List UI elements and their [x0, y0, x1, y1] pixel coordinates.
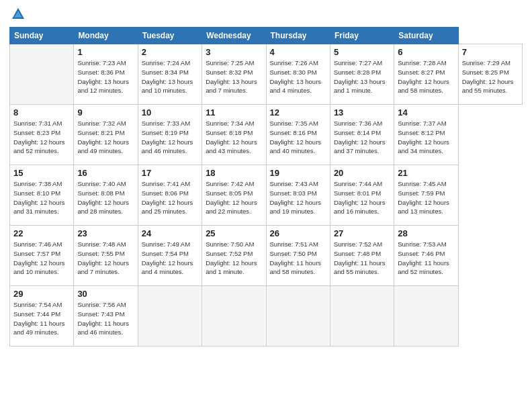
empty-cell — [10, 44, 74, 105]
day-info: Sunrise: 7:31 AMSunset: 8:23 PMDaylight:… — [13, 119, 70, 156]
page: SundayMondayTuesdayWednesdayThursdayFrid… — [0, 0, 532, 411]
day-info: Sunrise: 7:54 AMSunset: 7:44 PMDaylight:… — [13, 300, 70, 337]
calendar-table: SundayMondayTuesdayWednesdayThursdayFrid… — [9, 27, 523, 347]
day-header: Monday — [74, 28, 138, 44]
calendar-body: 1Sunrise: 7:23 AMSunset: 8:36 PMDaylight… — [10, 44, 523, 347]
day-number: 27 — [334, 228, 390, 238]
day-info: Sunrise: 7:49 AMSunset: 7:54 PMDaylight:… — [142, 240, 198, 277]
day-number: 4 — [270, 47, 326, 57]
day-info: Sunrise: 7:32 AMSunset: 8:21 PMDaylight:… — [77, 119, 134, 156]
day-number: 12 — [270, 107, 326, 118]
day-number: 9 — [77, 107, 134, 118]
day-number: 21 — [398, 168, 454, 178]
day-cell: 9Sunrise: 7:32 AMSunset: 8:21 PMDaylight… — [74, 105, 138, 165]
day-number: 29 — [13, 289, 70, 299]
day-number: 20 — [334, 168, 390, 178]
day-cell: 30Sunrise: 7:56 AMSunset: 7:43 PMDayligh… — [74, 286, 138, 347]
day-info: Sunrise: 7:33 AMSunset: 8:19 PMDaylight:… — [142, 119, 198, 156]
day-cell: 2Sunrise: 7:24 AMSunset: 8:34 PMDaylight… — [138, 44, 202, 105]
logo-icon — [11, 7, 26, 21]
calendar-week-row: 15Sunrise: 7:38 AMSunset: 8:10 PMDayligh… — [10, 165, 523, 226]
day-number: 8 — [13, 107, 70, 118]
day-cell: 12Sunrise: 7:35 AMSunset: 8:16 PMDayligh… — [266, 105, 330, 165]
calendar-week-row: 1Sunrise: 7:23 AMSunset: 8:36 PMDaylight… — [10, 44, 523, 105]
day-number: 3 — [206, 47, 262, 57]
day-cell: 14Sunrise: 7:37 AMSunset: 8:12 PMDayligh… — [394, 105, 458, 165]
calendar-header-row: SundayMondayTuesdayWednesdayThursdayFrid… — [10, 28, 523, 44]
calendar-week-row: 22Sunrise: 7:46 AMSunset: 7:57 PMDayligh… — [10, 226, 523, 286]
day-cell: 25Sunrise: 7:50 AMSunset: 7:52 PMDayligh… — [202, 226, 266, 286]
day-info: Sunrise: 7:41 AMSunset: 8:06 PMDaylight:… — [142, 179, 198, 216]
day-header: Thursday — [266, 28, 330, 44]
day-cell: 23Sunrise: 7:48 AMSunset: 7:55 PMDayligh… — [74, 226, 138, 286]
day-cell: 24Sunrise: 7:49 AMSunset: 7:54 PMDayligh… — [138, 226, 202, 286]
day-number: 16 — [77, 168, 134, 178]
day-number: 25 — [206, 228, 262, 238]
day-cell: 27Sunrise: 7:52 AMSunset: 7:48 PMDayligh… — [330, 226, 394, 286]
calendar-week-row: 8Sunrise: 7:31 AMSunset: 8:23 PMDaylight… — [10, 105, 523, 165]
day-header: Wednesday — [202, 28, 266, 44]
day-cell: 3Sunrise: 7:25 AMSunset: 8:32 PMDaylight… — [202, 44, 266, 105]
day-cell: 10Sunrise: 7:33 AMSunset: 8:19 PMDayligh… — [138, 105, 202, 165]
day-info: Sunrise: 7:46 AMSunset: 7:57 PMDaylight:… — [13, 240, 70, 277]
day-number: 13 — [334, 107, 390, 118]
day-cell — [394, 286, 458, 347]
day-number: 6 — [398, 47, 454, 57]
day-cell: 17Sunrise: 7:41 AMSunset: 8:06 PMDayligh… — [138, 165, 202, 226]
day-number: 11 — [206, 107, 262, 118]
day-cell: 22Sunrise: 7:46 AMSunset: 7:57 PMDayligh… — [10, 226, 74, 286]
day-info: Sunrise: 7:40 AMSunset: 8:08 PMDaylight:… — [77, 179, 134, 216]
day-info: Sunrise: 7:45 AMSunset: 7:59 PMDaylight:… — [398, 179, 454, 216]
day-number: 30 — [77, 289, 134, 299]
day-info: Sunrise: 7:36 AMSunset: 8:14 PMDaylight:… — [334, 119, 390, 156]
day-info: Sunrise: 7:26 AMSunset: 8:30 PMDaylight:… — [270, 58, 326, 95]
day-info: Sunrise: 7:37 AMSunset: 8:12 PMDaylight:… — [398, 119, 454, 156]
day-info: Sunrise: 7:44 AMSunset: 8:01 PMDaylight:… — [334, 179, 390, 216]
day-cell: 28Sunrise: 7:53 AMSunset: 7:46 PMDayligh… — [394, 226, 458, 286]
day-info: Sunrise: 7:23 AMSunset: 8:36 PMDaylight:… — [77, 58, 134, 95]
day-cell: 6Sunrise: 7:28 AMSunset: 8:27 PMDaylight… — [394, 44, 458, 105]
day-number: 7 — [462, 47, 519, 57]
header — [9, 7, 523, 21]
day-cell: 20Sunrise: 7:44 AMSunset: 8:01 PMDayligh… — [330, 165, 394, 226]
day-info: Sunrise: 7:34 AMSunset: 8:18 PMDaylight:… — [206, 119, 262, 156]
day-cell: 13Sunrise: 7:36 AMSunset: 8:14 PMDayligh… — [330, 105, 394, 165]
day-cell: 5Sunrise: 7:27 AMSunset: 8:28 PMDaylight… — [330, 44, 394, 105]
day-number: 5 — [334, 47, 390, 57]
day-cell: 8Sunrise: 7:31 AMSunset: 8:23 PMDaylight… — [10, 105, 74, 165]
day-cell: 15Sunrise: 7:38 AMSunset: 8:10 PMDayligh… — [10, 165, 74, 226]
day-cell: 29Sunrise: 7:54 AMSunset: 7:44 PMDayligh… — [10, 286, 74, 347]
day-header: Sunday — [10, 28, 74, 44]
day-info: Sunrise: 7:53 AMSunset: 7:46 PMDaylight:… — [398, 240, 454, 277]
day-number: 22 — [13, 228, 70, 238]
day-info: Sunrise: 7:42 AMSunset: 8:05 PMDaylight:… — [206, 179, 262, 216]
day-number: 23 — [77, 228, 134, 238]
day-number: 2 — [142, 47, 198, 57]
day-number: 24 — [142, 228, 198, 238]
day-info: Sunrise: 7:51 AMSunset: 7:50 PMDaylight:… — [270, 240, 326, 277]
day-number: 1 — [77, 47, 134, 57]
day-info: Sunrise: 7:29 AMSunset: 8:25 PMDaylight:… — [462, 58, 519, 95]
day-cell: 7Sunrise: 7:29 AMSunset: 8:25 PMDaylight… — [458, 44, 522, 105]
day-cell — [266, 286, 330, 347]
day-info: Sunrise: 7:25 AMSunset: 8:32 PMDaylight:… — [206, 58, 262, 95]
day-cell — [202, 286, 266, 347]
day-number: 17 — [142, 168, 198, 178]
day-number: 10 — [142, 107, 198, 118]
day-info: Sunrise: 7:50 AMSunset: 7:52 PMDaylight:… — [206, 240, 262, 277]
day-header: Tuesday — [138, 28, 202, 44]
day-cell — [138, 286, 202, 347]
day-info: Sunrise: 7:48 AMSunset: 7:55 PMDaylight:… — [77, 240, 134, 277]
day-cell: 19Sunrise: 7:43 AMSunset: 8:03 PMDayligh… — [266, 165, 330, 226]
day-info: Sunrise: 7:28 AMSunset: 8:27 PMDaylight:… — [398, 58, 454, 95]
day-info: Sunrise: 7:56 AMSunset: 7:43 PMDaylight:… — [77, 300, 134, 337]
day-cell: 21Sunrise: 7:45 AMSunset: 7:59 PMDayligh… — [394, 165, 458, 226]
day-cell: 11Sunrise: 7:34 AMSunset: 8:18 PMDayligh… — [202, 105, 266, 165]
day-info: Sunrise: 7:38 AMSunset: 8:10 PMDaylight:… — [13, 179, 70, 216]
day-header: Friday — [330, 28, 394, 44]
day-number: 19 — [270, 168, 326, 178]
day-number: 15 — [13, 168, 70, 178]
day-number: 28 — [398, 228, 454, 238]
day-cell: 18Sunrise: 7:42 AMSunset: 8:05 PMDayligh… — [202, 165, 266, 226]
day-cell: 4Sunrise: 7:26 AMSunset: 8:30 PMDaylight… — [266, 44, 330, 105]
